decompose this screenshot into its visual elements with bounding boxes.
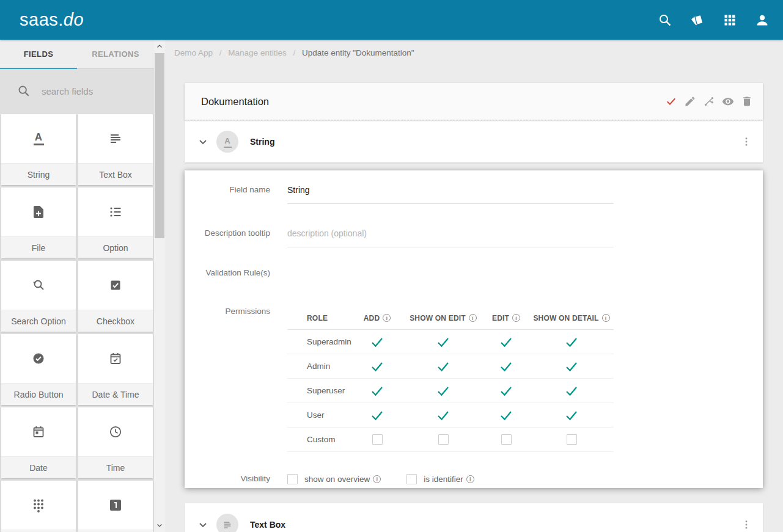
permission-granted-cell[interactable] xyxy=(351,335,403,349)
permission-granted-cell[interactable] xyxy=(483,335,529,349)
permission-check-icon xyxy=(370,359,384,374)
scrollbar-thumb[interactable] xyxy=(155,53,164,238)
confirm-check-icon[interactable] xyxy=(665,95,677,107)
validation-row: Validation Rule(s) xyxy=(185,268,763,277)
permission-granted-cell[interactable] xyxy=(483,384,529,398)
field-type-file[interactable]: File xyxy=(1,188,76,258)
permission-granted-cell[interactable] xyxy=(529,359,614,374)
permission-granted-cell[interactable] xyxy=(403,335,483,349)
field-type-time[interactable]: Time xyxy=(78,407,153,478)
tile-label: Option xyxy=(78,236,153,258)
permission-check-icon xyxy=(499,408,513,423)
permission-granted-cell[interactable] xyxy=(483,359,529,374)
permission-checkbox-cell[interactable] xyxy=(529,434,614,445)
scroll-down-arrow-icon[interactable] xyxy=(154,520,165,531)
permission-granted-cell[interactable] xyxy=(529,408,614,423)
validation-value[interactable] xyxy=(287,268,614,277)
permissions-table-body: SuperadminAdminSuperuserUserCustom xyxy=(287,330,614,452)
permission-check-icon xyxy=(436,408,450,423)
validation-label: Validation Rule(s) xyxy=(185,268,270,277)
app-logo[interactable]: saas.do xyxy=(20,10,84,30)
permission-check-icon xyxy=(564,408,579,423)
permission-granted-cell[interactable] xyxy=(351,408,403,423)
field-type-radio-button[interactable]: Radio Button xyxy=(1,334,76,405)
info-icon[interactable] xyxy=(512,314,520,322)
scroll-up-arrow-icon[interactable] xyxy=(154,41,165,52)
permission-granted-cell[interactable] xyxy=(351,359,403,374)
check-circle-icon xyxy=(31,351,46,366)
field-type-date-time[interactable]: Date & Time xyxy=(78,334,153,405)
account-icon[interactable] xyxy=(755,13,770,27)
field-type-option[interactable]: Option xyxy=(78,188,153,258)
field-type-dialpad[interactable] xyxy=(1,481,76,532)
role-name: Superuser xyxy=(287,386,351,395)
field-type-date[interactable]: Date xyxy=(1,407,76,478)
entity-card: Dokumentation A String Field xyxy=(185,83,763,532)
description-label: Description tooltip xyxy=(185,228,270,247)
search-fields-input[interactable] xyxy=(42,86,133,97)
column-add: ADD xyxy=(351,314,403,322)
main-content: Demo App / Manage entities / Update enti… xyxy=(165,40,783,532)
permission-granted-cell[interactable] xyxy=(529,335,614,349)
search-icon[interactable] xyxy=(658,13,672,27)
calendar-icon xyxy=(31,425,46,439)
permission-granted-cell[interactable] xyxy=(403,408,483,423)
apps-grid-icon[interactable] xyxy=(722,13,737,27)
breadcrumb-manage-entities[interactable]: Manage entities xyxy=(228,48,286,57)
field-type-search-option[interactable]: Search Option xyxy=(1,261,76,332)
info-icon[interactable] xyxy=(469,314,477,322)
field-type-textbox[interactable]: Text Box xyxy=(78,114,153,185)
tile-label: Checkbox xyxy=(78,310,153,332)
is-identifier-checkbox[interactable] xyxy=(406,474,417,484)
permission-row: Superadmin xyxy=(287,330,614,354)
info-icon[interactable] xyxy=(602,314,610,322)
number-one-icon xyxy=(108,498,123,512)
permission-row: User xyxy=(287,403,614,428)
permission-row: Admin xyxy=(287,354,614,379)
string-section-title: String xyxy=(250,137,274,147)
entity-card-header: Dokumentation xyxy=(185,83,763,120)
eye-icon[interactable] xyxy=(722,95,734,107)
tab-relations[interactable]: RELATIONS xyxy=(77,40,154,68)
permission-checkbox-cell[interactable] xyxy=(351,434,403,445)
tab-fields[interactable]: FIELDS xyxy=(0,40,77,68)
field-type-checkbox[interactable]: Checkbox xyxy=(78,261,153,332)
kebab-menu-icon[interactable] xyxy=(741,517,752,532)
breadcrumb-demo-app[interactable]: Demo App xyxy=(174,48,213,57)
field-type-number[interactable] xyxy=(78,481,153,532)
info-icon[interactable] xyxy=(383,314,391,322)
chevron-down-icon[interactable] xyxy=(196,517,210,532)
show-on-overview-checkbox[interactable] xyxy=(287,474,298,484)
sidebar-scrollbar xyxy=(154,40,165,532)
info-icon[interactable] xyxy=(466,475,474,483)
description-input[interactable]: description (optional) xyxy=(287,228,614,247)
description-row: Description tooltip description (optiona… xyxy=(185,228,763,247)
role-name: Custom xyxy=(287,435,351,444)
permission-checkbox[interactable] xyxy=(501,434,512,445)
permission-granted-cell[interactable] xyxy=(351,384,403,398)
field-name-input[interactable]: String xyxy=(287,185,614,204)
cards-icon[interactable] xyxy=(690,13,705,27)
sidebar-tabs: FIELDS RELATIONS xyxy=(0,40,154,69)
trash-icon[interactable] xyxy=(741,95,753,107)
topbar-icon-group xyxy=(658,13,770,27)
permission-checkbox-cell[interactable] xyxy=(403,434,483,445)
permission-checkbox[interactable] xyxy=(438,434,449,445)
breadcrumb-separator: / xyxy=(219,48,222,57)
chevron-down-icon[interactable] xyxy=(196,134,210,149)
info-icon[interactable] xyxy=(373,475,381,483)
permission-checkbox[interactable] xyxy=(372,434,383,445)
permission-granted-cell[interactable] xyxy=(483,408,529,423)
edit-pencil-icon[interactable] xyxy=(684,95,696,107)
permission-granted-cell[interactable] xyxy=(403,384,483,398)
permission-granted-cell[interactable] xyxy=(529,384,614,398)
breadcrumb: Demo App / Manage entities / Update enti… xyxy=(165,40,783,57)
split-icon[interactable] xyxy=(703,95,715,107)
permission-checkbox[interactable] xyxy=(567,434,577,445)
field-name-row: Field name String xyxy=(185,185,763,204)
kebab-menu-icon[interactable] xyxy=(741,134,752,149)
field-type-string[interactable]: A String xyxy=(1,114,76,185)
notes-icon xyxy=(222,520,232,530)
permission-checkbox-cell[interactable] xyxy=(483,434,529,445)
permission-granted-cell[interactable] xyxy=(403,359,483,374)
